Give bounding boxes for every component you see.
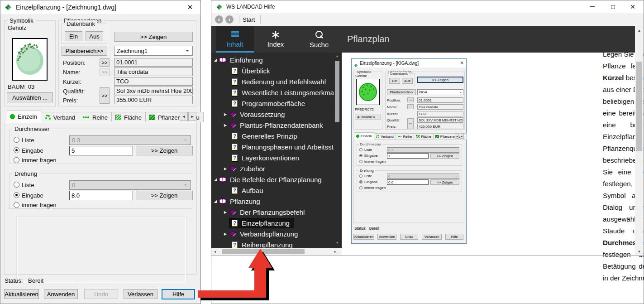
tab-reihe[interactable]: Reihe	[79, 112, 112, 122]
toolbar-separator	[239, 15, 239, 24]
tab-scroll-left-button[interactable]: ◄	[180, 112, 188, 121]
tree-item[interactable]: ◢Einführung	[211, 54, 334, 65]
symbolik-group: Symbolik Gehölz	[4, 20, 56, 106]
tree-item[interactable]: ▶Zubehör	[211, 163, 334, 174]
tree-item[interactable]: ?Bedienung und Befehlswahl	[211, 76, 334, 87]
drehung-zeigen-button[interactable]: >> Zeigen	[136, 191, 193, 200]
book-closed-icon	[229, 209, 237, 216]
undo-button[interactable]: Undo	[84, 289, 118, 299]
planbereich-combo[interactable]: Zeichnung1	[114, 46, 193, 56]
tree-item[interactable]: ▶Plantus-Pflanzendatenbank	[211, 120, 334, 130]
tab-label: Verband	[381, 135, 394, 139]
mini-durchmesser-liste-value: 0.3	[388, 148, 393, 152]
mini-status-value: Bereit	[369, 226, 379, 231]
einzelpflanzung-dialog: Einzelpflanzung - [Zeichnung1.dwg] ✕ Sym…	[0, 0, 201, 304]
durchmesser-liste-radio[interactable]	[14, 137, 19, 143]
tree-item[interactable]: ◢Pflanzung	[211, 196, 334, 207]
close-icon[interactable]: ✕	[623, 0, 643, 13]
ein-button[interactable]: Ein	[65, 31, 82, 41]
durchmesser-eingabe-input[interactable]	[69, 146, 133, 155]
durchmesser-eingabe-radio[interactable]	[14, 147, 19, 153]
scroll-down-icon[interactable]: ▼	[334, 239, 341, 246]
drehung-immer-radio[interactable]	[14, 202, 19, 208]
drehung-group-label: Drehung	[13, 170, 39, 177]
mini-zeigen-button: >> Zeigen	[417, 77, 463, 83]
tree-item[interactable]: ?Generelles Prinzip	[211, 130, 334, 141]
back-icon[interactable]: ‹	[215, 15, 223, 24]
tree-item[interactable]: ▶Verbandspflanzung	[211, 228, 334, 239]
aus-button[interactable]: Aus	[86, 31, 103, 41]
scroll-down-icon[interactable]: ▼	[635, 248, 644, 255]
close-icon: ✕	[460, 60, 464, 65]
tree-item[interactable]: ?Layerkonventionen	[211, 152, 334, 163]
hilfe-button[interactable]: Hilfe	[162, 289, 195, 299]
tab-index[interactable]: ∗ Index	[257, 26, 295, 53]
tree-item[interactable]: ▶Voraussetzung	[211, 109, 334, 120]
maximize-icon[interactable]	[603, 0, 623, 13]
drehung-eingabe-input[interactable]	[69, 191, 133, 200]
position-arrow-button[interactable]: >>	[100, 58, 110, 67]
tree-item[interactable]: ▶Der Pflanzungsbefehl	[211, 207, 334, 217]
tab-verband[interactable]: Verband	[41, 112, 79, 122]
durchmesser-zeigen-button[interactable]: >> Zeigen	[136, 146, 193, 155]
app-logo-icon	[216, 4, 223, 10]
tree-item[interactable]: ◢Die Befehle der Pflanzplanung	[211, 174, 334, 185]
tree-item[interactable]: ?Aufbau	[211, 185, 334, 196]
tab-inhalt[interactable]: Inhalt	[216, 26, 254, 53]
tree-item-label: Voraussetzung	[240, 111, 285, 118]
durchmesser-immer-radio[interactable]	[14, 157, 19, 163]
planbereich-button[interactable]: Planbereich>>	[62, 46, 107, 56]
tree-item[interactable]: ?Überblick	[211, 65, 334, 76]
tree-item-content: Verbandspflanzung	[226, 229, 302, 239]
forward-icon[interactable]: ›	[225, 15, 234, 24]
position-label: Position:	[63, 59, 86, 66]
tab-label: Einzeln	[18, 113, 37, 120]
name-arrow-button[interactable]: >>	[100, 68, 110, 76]
position-field[interactable]: 01.0001	[114, 58, 193, 67]
content-scrollbar-thumb[interactable]	[636, 62, 642, 151]
tab-scroll-right-button[interactable]: ►	[188, 112, 196, 121]
tree-scrollbar-thumb[interactable]	[335, 61, 339, 122]
scroll-up-icon[interactable]: ▲	[635, 27, 644, 34]
kuerzel-field[interactable]: TCO	[114, 77, 193, 86]
help-titlebar[interactable]: WS LANDCAD Hilfe ✕	[211, 0, 644, 13]
auswaehlen-button[interactable]: Auswählen ...	[7, 92, 53, 102]
tree-item[interactable]: ?Einzelpflanzung	[211, 217, 334, 228]
mini-durchmesser-label: Durchmesser	[359, 142, 382, 146]
preis-field[interactable]: 355.000 EUR	[114, 96, 193, 104]
list-icon	[231, 31, 239, 38]
qualitaet-field[interactable]: Sol 3xv mDb mehrst Hoe 200-250	[114, 87, 193, 95]
mini-qualitaet-preis-arrow: >>	[407, 118, 414, 129]
tab-einzeln[interactable]: Einzeln	[6, 111, 41, 122]
durchmesser-eingabe-label: Eingabe	[22, 147, 43, 154]
content-vertical-scrollbar[interactable]: ▲ ▼	[635, 26, 644, 256]
tab-fläche[interactable]: Fläche	[111, 112, 146, 122]
scroll-right-icon[interactable]: ►	[333, 248, 338, 255]
tree-item[interactable]: ?Planungsphasen und Arbeitsstil	[211, 141, 334, 152]
zeigen-button[interactable]: >> Zeigen	[114, 32, 193, 42]
minimize-icon[interactable]	[582, 0, 602, 13]
tree-item[interactable]: ?Wesentliche Leistungsmerkmale	[211, 87, 334, 98]
start-button[interactable]: Start	[243, 16, 255, 23]
page-title: Pflanzplan	[347, 34, 389, 44]
close-icon[interactable]: ✕	[183, 0, 197, 14]
drehung-liste-radio[interactable]	[14, 182, 19, 188]
verlassen-button[interactable]: Verlassen	[124, 289, 157, 299]
tree-item[interactable]: ?Programmoberfläche	[211, 98, 334, 109]
help-page-icon: ?	[232, 89, 238, 96]
durchmesser-liste-combo[interactable]: 0.3	[69, 135, 191, 145]
tree-vertical-scrollbar[interactable]: ▲ ▼	[334, 53, 341, 248]
name-field[interactable]: Tilia cordata	[114, 68, 193, 76]
mini-durchmesser-eingabe-radio	[359, 154, 363, 157]
anwenden-button[interactable]: Anwenden	[44, 289, 78, 299]
dialog-titlebar[interactable]: Einzelpflanzung - [Zeichnung1.dwg] ✕	[0, 0, 200, 14]
tab-suche[interactable]: Suche	[300, 26, 338, 53]
drehung-liste-combo[interactable]: 0	[69, 180, 191, 190]
mini-liste-label: Liste	[364, 148, 372, 152]
planbereich-combo-value: Zeichnung1	[117, 48, 148, 54]
qualitaet-preis-arrow-button[interactable]: >>	[100, 87, 110, 104]
aktualisieren-button[interactable]: Aktualisieren	[4, 289, 39, 299]
mini-drehung-group: Drehung Liste 0 Eingabe 0.0 >> Zeigen im…	[357, 170, 462, 192]
drehung-eingabe-radio[interactable]	[14, 192, 19, 198]
scroll-up-icon[interactable]: ▲	[334, 53, 341, 59]
